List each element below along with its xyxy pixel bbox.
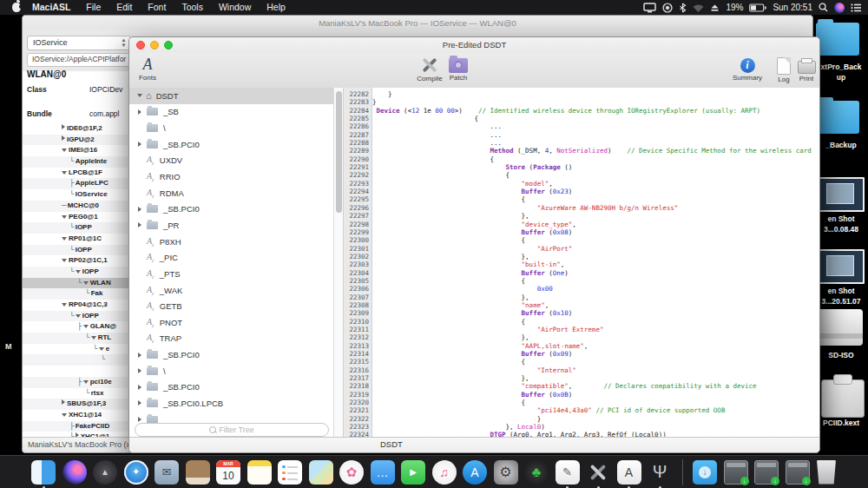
menu-item-font[interactable]: Font: [140, 0, 174, 15]
scrollbar-thumb[interactable]: [336, 91, 342, 213]
disclosure-triangle-icon[interactable]: [136, 142, 145, 147]
desktop-icon-label[interactable]: _Backup: [814, 141, 868, 151]
sidebar-scrollbar[interactable]: [333, 88, 344, 438]
ioreg-tree-row-rp04-1c-3[interactable]: RP04@1C,3: [23, 300, 129, 311]
plane-dropdown[interactable]: IOService ▲▼: [27, 36, 131, 50]
ioreg-tree-row-rp01-1c[interactable]: RP01@1C: [23, 234, 129, 245]
sidebar-item-rrio[interactable]: AcRRIO: [129, 168, 333, 185]
maciasl-titlebar[interactable]: Pre-Edited DSDT: [129, 37, 819, 53]
desktop-icon-label[interactable]: en Shot 3...20.51.07: [814, 287, 868, 307]
dock-icon-sysprefs[interactable]: ⚙: [494, 460, 518, 485]
disclosure-triangle-icon[interactable]: [136, 400, 145, 406]
sidebar-item--[interactable]: \: [129, 363, 333, 379]
ioreg-tree-row-fakepciid[interactable]: ├FakePCIID: [23, 421, 129, 432]
ioreg-tree-row-iopp[interactable]: └IOPP: [23, 222, 129, 234]
ioreg-tree-row-lpcb-1f[interactable]: LPCB@1F: [23, 168, 129, 179]
desktop-icon-label[interactable]: en Shot 3...0.08.48: [814, 214, 868, 234]
collapse-triangle-icon[interactable]: [62, 399, 65, 405]
sidebar-item--sb-pci0[interactable]: _SB.PCI0: [129, 136, 333, 153]
expand-triangle-icon[interactable]: [76, 314, 81, 318]
dock-icon-maciasl[interactable]: [586, 460, 610, 485]
notification-center-icon[interactable]: [851, 3, 861, 12]
ioreg-tree-row-igpu-2[interactable]: IGPU@2: [23, 135, 129, 146]
expand-triangle-icon[interactable]: [62, 259, 67, 262]
dock-icon-win[interactable]: ↓: [754, 460, 779, 485]
expand-triangle-icon[interactable]: [62, 413, 67, 417]
menu-item-window[interactable]: Window: [211, 0, 259, 15]
dock-icon-trash[interactable]: [816, 460, 837, 485]
disclosure-triangle-icon[interactable]: [136, 385, 145, 390]
disclosure-triangle-icon[interactable]: [136, 207, 145, 212]
collapse-triangle-icon[interactable]: [62, 124, 65, 129]
expand-triangle-icon[interactable]: [91, 336, 96, 340]
sidebar-item--pr[interactable]: _PR: [129, 217, 333, 234]
log-button[interactable]: Log: [772, 56, 796, 83]
menu-item-maciasl[interactable]: MaciASL: [24, 0, 78, 15]
sidebar-item-dsdt[interactable]: ⌂DSDT: [129, 88, 333, 104]
dock-icon-siri[interactable]: [62, 460, 87, 485]
ioreg-tree-row-e[interactable]: └e: [23, 344, 129, 355]
ioreg-tree-row-peg0-1[interactable]: PEG0@1: [23, 212, 129, 223]
dock-icon-calendar[interactable]: MAR10: [216, 460, 240, 485]
app-status-icon[interactable]: [662, 3, 673, 13]
expand-triangle-icon[interactable]: [62, 303, 67, 307]
expand-triangle-icon[interactable]: [62, 215, 67, 219]
sidebar-item--sb-pci0[interactable]: _SB.PCI0: [129, 346, 333, 363]
code-editor[interactable]: }} Device (<12 1e 00 00>) // Identified …: [372, 88, 819, 438]
sidebar-item-p8xh[interactable]: AcP8XH: [129, 234, 333, 250]
dock-icon-contacts[interactable]: [186, 460, 210, 485]
sidebar-item-rdma[interactable]: AcRDMA: [129, 185, 333, 201]
dock-icon-launchpad[interactable]: ▲: [93, 460, 117, 485]
ioreg-tree-row-wlan[interactable]: └WLAN: [23, 278, 129, 289]
expand-triangle-icon[interactable]: [83, 281, 89, 285]
siri-icon[interactable]: [834, 3, 845, 13]
menu-clock[interactable]: Sun 20:51: [773, 3, 812, 12]
expand-triangle-icon[interactable]: [62, 237, 67, 241]
dock-icon-itunes[interactable]: ♫: [432, 460, 457, 485]
ioreg-tree-row-mchc-0[interactable]: ─MCHC@0: [23, 201, 129, 212]
fonts-button[interactable]: A Fonts: [135, 56, 161, 82]
dock-icon-reminders[interactable]: [278, 460, 302, 485]
sidebar-item--sb-pci0-lpcb[interactable]: _SB.PCI0.LPCB: [129, 395, 333, 412]
spotlight-icon[interactable]: [819, 3, 828, 12]
disclosure-triangle-icon[interactable]: [136, 417, 145, 422]
dock-icon-photos[interactable]: ✿: [339, 460, 364, 485]
desktop-kext-icon[interactable]: [821, 379, 865, 418]
dock-icon-win[interactable]: ↓: [724, 460, 748, 485]
sidebar-item--sb-pci0[interactable]: _SB.PCI0: [129, 201, 333, 217]
ioreg-titlebar[interactable]: ManiaKsLV's MacBook Pro — IOService — WL…: [23, 16, 812, 30]
desktop-icon-label[interactable]: PCIID.kext: [814, 419, 868, 429]
ioreg-tree-row-rtsx[interactable]: └rtsx: [23, 388, 129, 399]
display-icon[interactable]: [643, 3, 656, 13]
dock-icon-win[interactable]: ↓: [786, 460, 810, 485]
sidebar-item--sb[interactable]: _SB: [129, 104, 333, 121]
ioreg-tree-row-rtl[interactable]: └RTL: [23, 333, 129, 344]
ioreg-tree-row-appleinte[interactable]: └AppleInte: [23, 156, 129, 168]
expand-triangle-icon[interactable]: [62, 148, 67, 152]
dock-icon-clover[interactable]: ♣: [524, 460, 549, 485]
wifi-off-icon[interactable]: [693, 3, 704, 12]
sidebar-item-trap[interactable]: AcTRAP: [129, 331, 333, 347]
desktop-icon-label[interactable]: SD-ISO: [814, 351, 868, 361]
ioreg-tree-row-rp02-1c-1[interactable]: RP02@1C,1: [23, 255, 129, 267]
sidebar-item-getb[interactable]: AcGETB: [129, 298, 333, 314]
dock-icon-downloads[interactable]: ↓: [693, 460, 717, 485]
ioreg-tree-row-ide0-1f-2[interactable]: IDE0@1F,2: [23, 123, 129, 135]
table-tab-dsdt[interactable]: DSDT: [380, 439, 403, 449]
sidebar-item--[interactable]: \: [129, 120, 333, 136]
patch-button[interactable]: Patch: [444, 56, 472, 82]
eject-icon[interactable]: [710, 3, 720, 12]
desktop-drive-icon[interactable]: [816, 309, 863, 346]
ioreg-tree-row-xhc1-14[interactable]: XHC1@14: [23, 410, 129, 421]
ioreg-tree-row-iopp[interactable]: └IOPP: [23, 245, 129, 256]
ioreg-tree-row-sbus-1f-3[interactable]: SBUS@1F,3: [23, 399, 129, 410]
dock-icon-maps[interactable]: [309, 460, 333, 485]
dock-icon-notes[interactable]: [247, 460, 272, 485]
ioreg-tree-row-iopp[interactable]: └IOPP: [23, 267, 129, 278]
sidebar-item--wak[interactable]: Ac_WAK: [129, 282, 333, 299]
dock-icon-mail[interactable]: ✉: [155, 460, 179, 485]
menu-item-edit[interactable]: Edit: [108, 0, 140, 15]
disclosure-triangle-icon[interactable]: [136, 222, 145, 228]
apple-menu-icon[interactable]: [12, 3, 21, 12]
dock-icon-finder[interactable]: [31, 460, 56, 485]
